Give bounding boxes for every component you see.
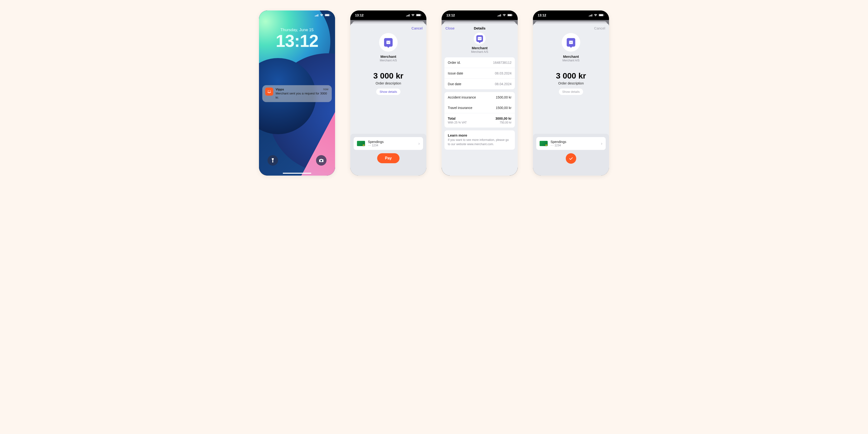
svg-rect-0 xyxy=(315,16,316,17)
svg-point-8 xyxy=(270,90,270,91)
merchant-logo xyxy=(562,33,580,52)
card-thumbnail-icon xyxy=(539,141,548,146)
status-icons xyxy=(315,13,330,17)
cancel-button-disabled: Cancel xyxy=(593,26,605,30)
svg-rect-21 xyxy=(500,14,501,17)
notification-app-name: Vipps xyxy=(276,88,329,92)
vipps-app-icon xyxy=(265,88,273,96)
card-name: Spendings xyxy=(551,140,598,144)
status-icons xyxy=(589,13,604,17)
svg-rect-17 xyxy=(421,15,422,16)
shopping-bag-icon xyxy=(567,38,575,47)
svg-rect-6 xyxy=(330,15,330,16)
signal-icon xyxy=(589,13,593,17)
sheet-title: Details xyxy=(457,26,502,30)
status-bar xyxy=(259,10,335,20)
line-item: Travel insurance 1500,00 kr xyxy=(444,103,515,113)
merchant-logo xyxy=(474,33,486,45)
svg-rect-12 xyxy=(407,15,408,17)
status-time: 13:12 xyxy=(538,13,546,17)
order-meta-card: Order id. 1648738112 Issue date 08.03.20… xyxy=(444,57,515,89)
card-thumbnail-icon xyxy=(357,141,365,146)
card-last-digits: ···· 1234 xyxy=(368,144,415,147)
battery-icon xyxy=(416,13,422,17)
svg-rect-2 xyxy=(317,15,317,17)
learn-more-card: Learn more If you want to see more infor… xyxy=(444,131,515,150)
svg-rect-24 xyxy=(513,15,513,16)
chevron-right-icon: › xyxy=(418,141,420,146)
line-item: Accident insurance 1500,00 kr xyxy=(444,92,515,103)
lockscreen-phone: Thursday, June 15 13:12 Vipps Merchant s… xyxy=(259,10,335,176)
shopping-bag-icon xyxy=(384,38,393,47)
status-time: 13:12 xyxy=(355,13,364,17)
signal-icon xyxy=(497,13,501,17)
svg-rect-16 xyxy=(416,14,421,16)
success-check-button xyxy=(566,153,576,164)
svg-rect-5 xyxy=(325,14,329,16)
order-description: Order description xyxy=(533,81,609,85)
home-indicator xyxy=(283,173,311,174)
chevron-right-icon: › xyxy=(601,141,602,146)
svg-rect-18 xyxy=(497,16,498,17)
svg-rect-20 xyxy=(499,15,500,17)
pay-button[interactable]: Pay xyxy=(377,153,400,163)
notification-time: now xyxy=(323,88,329,91)
payment-request-phone: 13:12 Cancel Merchant Mer xyxy=(350,10,426,176)
svg-rect-23 xyxy=(508,14,512,16)
order-description: Order description xyxy=(350,81,426,85)
notification-card[interactable]: Vipps Merchant sent you a request for 30… xyxy=(262,85,332,102)
flashlight-button[interactable] xyxy=(268,155,278,166)
signal-icon xyxy=(315,13,319,17)
success-phone: 13:12 Cancel Merchant Mer xyxy=(533,10,609,176)
merchant-legal-name: Merchant A/S xyxy=(350,59,426,62)
svg-rect-9 xyxy=(273,161,273,161)
show-details-button-disabled: Show details xyxy=(559,88,583,95)
wifi-icon xyxy=(502,13,506,17)
payment-amount: 3 000 kr xyxy=(350,71,426,80)
learn-more-text: If you want to see more information, ple… xyxy=(448,138,512,146)
svg-point-10 xyxy=(320,160,322,162)
status-bar: 13:12 xyxy=(442,10,518,20)
details-phone: 13:12 Close Details Merchant xyxy=(442,10,518,176)
merchant-logo xyxy=(379,33,398,52)
payment-amount: 3 000 kr xyxy=(533,71,609,80)
payment-card-selector[interactable]: Spendings ···· 1234 › xyxy=(536,137,606,150)
svg-rect-1 xyxy=(316,15,316,17)
svg-rect-11 xyxy=(406,16,407,17)
meta-row: Order id. 1648738112 xyxy=(444,57,515,68)
close-button[interactable]: Close xyxy=(445,26,457,30)
meta-row: Due date 08.04.2024 xyxy=(444,79,515,89)
svg-rect-25 xyxy=(589,16,590,17)
svg-rect-14 xyxy=(409,14,410,17)
status-bar: 13:12 xyxy=(350,10,426,20)
svg-rect-26 xyxy=(590,15,590,17)
payment-sheet: Cancel Merchant Merchant A/S 3 000 kr Or… xyxy=(533,23,609,176)
merchant-legal-name: Merchant A/S xyxy=(533,59,609,62)
camera-button[interactable] xyxy=(316,155,327,166)
merchant-name: Merchant xyxy=(350,55,426,59)
svg-point-7 xyxy=(268,90,269,91)
merchant-legal-name: Merchant A/S xyxy=(442,50,518,54)
merchant-name: Merchant xyxy=(533,55,609,59)
svg-rect-19 xyxy=(498,15,499,17)
status-icons xyxy=(406,13,422,17)
cancel-button[interactable]: Cancel xyxy=(411,26,423,30)
svg-rect-28 xyxy=(592,14,592,17)
line-items-card: Accident insurance 1500,00 kr Travel ins… xyxy=(444,92,515,127)
payment-card-selector[interactable]: Spendings ···· 1234 › xyxy=(353,137,423,150)
wifi-icon xyxy=(411,13,415,17)
show-details-button[interactable]: Show details xyxy=(376,88,400,95)
battery-icon xyxy=(507,13,513,17)
lockscreen-time: 13:12 xyxy=(259,32,335,50)
svg-rect-27 xyxy=(591,15,591,17)
signal-icon xyxy=(406,13,410,17)
svg-rect-30 xyxy=(599,14,603,16)
learn-more-title: Learn more xyxy=(448,133,512,137)
svg-rect-3 xyxy=(318,14,318,17)
svg-rect-13 xyxy=(408,15,409,17)
shopping-bag-icon xyxy=(476,35,483,42)
payment-sheet: Cancel Merchant Merchant A/S 3 000 kr Or… xyxy=(350,23,426,176)
total-row: Total 3000,00 kr With 25 % VAT 750,00 kr xyxy=(444,113,515,127)
wifi-icon xyxy=(320,13,323,17)
status-time: 13:12 xyxy=(446,13,455,17)
